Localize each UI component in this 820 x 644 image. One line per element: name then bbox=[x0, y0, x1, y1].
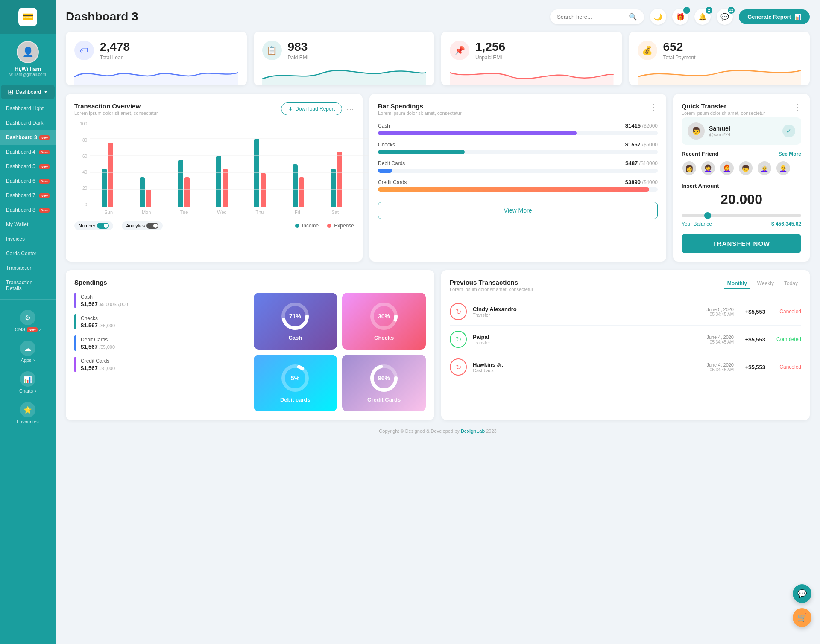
spending-cash: Cash $1,567 $5,000$5,000 bbox=[74, 293, 247, 308]
trans-icon-0: ↻ bbox=[450, 303, 467, 320]
cart-icon: 🛒 bbox=[797, 613, 807, 622]
selected-contact: 👨 Samuel @sam224 ✓ bbox=[682, 117, 801, 145]
chat-btn[interactable]: 💬 12 bbox=[717, 9, 733, 25]
tab-monthly[interactable]: Monthly bbox=[724, 279, 750, 289]
spend-checks-label: Checks bbox=[378, 142, 395, 148]
trans-type-0: Transfer bbox=[473, 312, 700, 318]
transaction-overview-subtitle: Lorem ipsum dolor sit amet, consectetur bbox=[74, 111, 158, 116]
sidebar-item-dashboard3[interactable]: Dashboard 3 New bbox=[0, 130, 56, 145]
sidebar-dashboard-btn[interactable]: ⊞ Dashboard ▼ bbox=[1, 85, 55, 99]
generate-report-button[interactable]: Generate Report 📊 bbox=[739, 9, 810, 24]
bar-chart-icon: 📊 bbox=[794, 14, 801, 20]
support-fab[interactable]: 💬 bbox=[793, 584, 811, 603]
sidebar-item-wallet[interactable]: My Wallet bbox=[0, 217, 56, 232]
spendings-content: Cash $1,567 $5,000$5,000 Checks bbox=[74, 293, 426, 411]
bar-chart-bars bbox=[90, 122, 354, 207]
more-options-icon[interactable]: ⋯ bbox=[346, 104, 354, 114]
view-more-button[interactable]: View More bbox=[378, 202, 658, 219]
sidebar-item-dashboard-light[interactable]: Dashboard Light bbox=[0, 101, 56, 116]
tab-today[interactable]: Today bbox=[781, 279, 801, 289]
number-label: Number bbox=[79, 223, 95, 228]
unpaid-emi-value: 1,256 bbox=[475, 40, 505, 54]
quick-transfer-subtitle: Lorem ipsum dolor sit amet, consectetur bbox=[682, 111, 765, 116]
friend-avatar-4[interactable]: 👩‍🦳 bbox=[757, 160, 772, 176]
stat-card-paid-emi: 📋 983 Paid EMI bbox=[254, 32, 435, 85]
sidebar-item-dashboard8[interactable]: Dashboard 8 New bbox=[0, 203, 56, 217]
bell-btn[interactable]: 🔔 2 bbox=[694, 9, 711, 25]
sidebar-item-dashboard7[interactable]: Dashboard 7 New bbox=[0, 188, 56, 203]
spendings-list: Cash $1,567 $5,000$5,000 Checks bbox=[74, 293, 247, 411]
badge-new: New bbox=[39, 135, 50, 140]
cart-fab[interactable]: 🛒 bbox=[793, 608, 811, 627]
spend-cash-label: Cash bbox=[378, 123, 390, 129]
spend-item-debit: Debit Cards $487 /$10000 bbox=[378, 160, 658, 173]
sidebar-item-cms[interactable]: ⚙ CMS New › bbox=[0, 306, 56, 336]
search-icon[interactable]: 🔍 bbox=[629, 13, 637, 21]
total-loan-icon: 🏷 bbox=[74, 41, 94, 60]
trans-icon-1: ↻ bbox=[450, 331, 467, 348]
donut-debit-label: Debit cards bbox=[280, 396, 310, 403]
donut-grid: 71% Cash 30% Checks bbox=[254, 293, 426, 411]
sidebar-item-dashboard-dark[interactable]: Dashboard Dark bbox=[0, 116, 56, 130]
spend-debit-label: Debit Cards bbox=[378, 160, 405, 166]
sidebar-item-dashboard4[interactable]: Dashboard 4 New bbox=[0, 145, 56, 159]
balance-row: Your Balance $ 456,345.62 bbox=[682, 221, 801, 227]
stat-card-total-payment: 💰 652 Total Payment bbox=[629, 32, 810, 85]
spending-debit-name: Debit Cards bbox=[81, 337, 247, 343]
sidebar-email: william@gmail.com bbox=[9, 72, 46, 77]
sidebar-item-invoices[interactable]: Invoices bbox=[0, 232, 56, 246]
number-toggle[interactable]: Number bbox=[74, 221, 113, 230]
balance-amount: $ 456,345.62 bbox=[771, 221, 801, 227]
bar-spendings-more-icon[interactable]: ⋮ bbox=[650, 102, 658, 112]
arrow-right-icon: › bbox=[35, 388, 36, 393]
unpaid-emi-label: Unpaid EMI bbox=[475, 55, 505, 61]
donut-credit-label: Credit Cards bbox=[367, 396, 401, 403]
friend-avatar-0[interactable]: 👩 bbox=[682, 160, 697, 176]
donut-debit: 5% Debit cards bbox=[254, 355, 337, 411]
sidebar-item-transaction-details[interactable]: Transaction Details bbox=[0, 275, 56, 296]
search-input[interactable] bbox=[557, 14, 625, 20]
sidebar-item-dashboard5[interactable]: Dashboard 5 New bbox=[0, 159, 56, 174]
trans-tabs: Monthly Weekly Today bbox=[724, 279, 801, 289]
friend-avatar-1[interactable]: 👩‍🦱 bbox=[700, 160, 716, 176]
analytics-switch[interactable] bbox=[146, 223, 158, 229]
quick-transfer-more-icon[interactable]: ⋮ bbox=[794, 102, 801, 112]
sidebar-item-apps[interactable]: ☁ Apps › bbox=[0, 336, 56, 367]
recent-friends: 👩 👩‍🦱 👩‍🦰 👦 👩‍🦳 👩‍🦲 bbox=[682, 160, 801, 176]
friend-avatar-2[interactable]: 👩‍🦰 bbox=[719, 160, 735, 176]
chart-day-thu: Thu bbox=[241, 210, 278, 215]
avatar: 👤 bbox=[17, 41, 39, 63]
sidebar-username: Hi,William bbox=[15, 66, 41, 72]
spending-cash-name: Cash bbox=[81, 294, 247, 300]
tab-weekly[interactable]: Weekly bbox=[754, 279, 777, 289]
transfer-now-button[interactable]: TRANSFER NOW bbox=[682, 234, 801, 253]
contact-name: Samuel bbox=[709, 125, 730, 132]
prev-trans-title: Previous Transactions bbox=[450, 279, 533, 286]
gift-btn[interactable]: 🎁 bbox=[672, 9, 688, 25]
transaction-overview-title: Transaction Overview bbox=[74, 102, 158, 110]
bar-spendings-title: Bar Spendings bbox=[378, 102, 462, 110]
download-report-button[interactable]: ⬇ Download Report bbox=[281, 102, 342, 115]
number-switch[interactable] bbox=[97, 223, 109, 229]
friend-avatar-5[interactable]: 👩‍🦲 bbox=[776, 160, 791, 176]
check-icon: ✓ bbox=[782, 125, 795, 137]
paid-emi-label: Paid EMI bbox=[288, 55, 309, 61]
sidebar-item-cards[interactable]: Cards Center bbox=[0, 246, 56, 261]
trans-item-0: ↻ Cindy Alexandro Transfer June 5, 2020 … bbox=[450, 298, 801, 326]
analytics-label: Analytics bbox=[126, 223, 145, 228]
sidebar-item-favourites[interactable]: ⭐ Favourites bbox=[0, 398, 56, 428]
sidebar-item-transaction[interactable]: Transaction bbox=[0, 261, 56, 275]
see-more-link[interactable]: See More bbox=[779, 151, 801, 157]
download-icon: ⬇ bbox=[288, 106, 293, 112]
svg-text:5%: 5% bbox=[291, 375, 300, 382]
chart-day-wed: Wed bbox=[203, 210, 240, 215]
friend-avatar-3[interactable]: 👦 bbox=[738, 160, 753, 176]
donut-checks-label: Checks bbox=[374, 335, 394, 341]
sidebar-item-charts[interactable]: 📊 Charts › bbox=[0, 367, 56, 398]
amount-slider[interactable] bbox=[682, 214, 801, 217]
sidebar-item-dashboard6[interactable]: Dashboard 6 New bbox=[0, 174, 56, 188]
moon-btn[interactable]: 🌙 bbox=[650, 9, 666, 25]
trans-date-2: June 4, 2020 bbox=[706, 362, 734, 367]
gift-badge bbox=[683, 7, 690, 14]
analytics-toggle[interactable]: Analytics bbox=[122, 221, 163, 230]
